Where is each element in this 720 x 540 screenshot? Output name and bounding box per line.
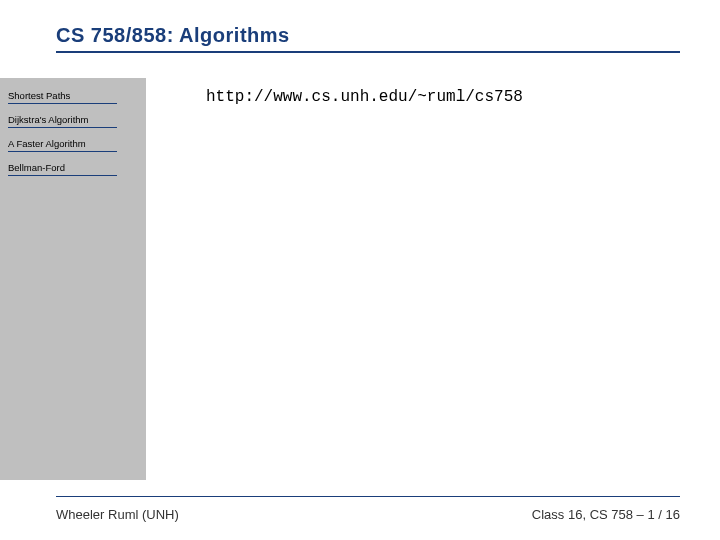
sidebar-item-label: Shortest Paths bbox=[8, 90, 70, 101]
footer-pageinfo: Class 16, CS 758 – 1 / 16 bbox=[532, 507, 680, 522]
main-content: http://www.cs.unh.edu/~ruml/cs758 bbox=[146, 78, 720, 480]
sidebar-item-faster-algorithm[interactable]: A Faster Algorithm bbox=[8, 136, 117, 152]
title-rule bbox=[56, 51, 680, 53]
content-area: Shortest Paths Dijkstra's Algorithm A Fa… bbox=[0, 78, 720, 480]
sidebar-item-label: Bellman-Ford bbox=[8, 162, 65, 173]
sidebar-item-label: Dijkstra's Algorithm bbox=[8, 114, 88, 125]
footer: Wheeler Ruml (UNH) Class 16, CS 758 – 1 … bbox=[56, 496, 680, 522]
course-url: http://www.cs.unh.edu/~ruml/cs758 bbox=[206, 88, 680, 106]
sidebar: Shortest Paths Dijkstra's Algorithm A Fa… bbox=[0, 78, 146, 480]
sidebar-item-label: A Faster Algorithm bbox=[8, 138, 86, 149]
footer-author: Wheeler Ruml (UNH) bbox=[56, 507, 179, 522]
sidebar-item-bellman-ford[interactable]: Bellman-Ford bbox=[8, 160, 117, 176]
sidebar-item-dijkstra[interactable]: Dijkstra's Algorithm bbox=[8, 112, 117, 128]
footer-rule bbox=[56, 496, 680, 497]
page-title: CS 758/858: Algorithms bbox=[56, 24, 720, 47]
sidebar-item-shortest-paths[interactable]: Shortest Paths bbox=[8, 88, 117, 104]
